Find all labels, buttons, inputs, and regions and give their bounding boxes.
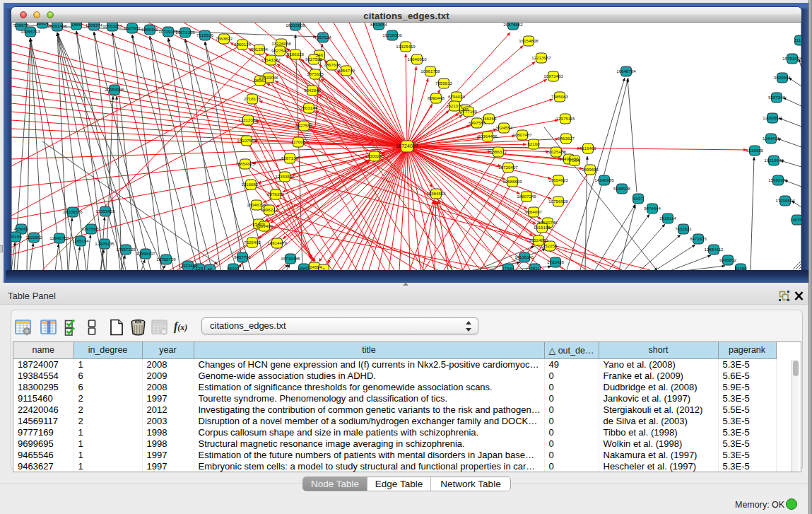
svg-text:2718176: 2718176	[244, 96, 261, 101]
svg-text:2: 2	[322, 267, 325, 270]
svg-text:7485063: 7485063	[551, 94, 569, 99]
svg-text:12213369: 12213369	[238, 117, 258, 122]
svg-text:20053346: 20053346	[105, 87, 124, 92]
svg-text:8454749: 8454749	[338, 68, 355, 73]
svg-text:9474444: 9474444	[644, 206, 661, 211]
svg-text:7663822: 7663822	[216, 36, 233, 41]
svg-text:8215955: 8215955	[746, 148, 764, 153]
svg-text:17957225: 17957225	[116, 247, 136, 252]
svg-text:9457791: 9457791	[234, 255, 252, 259]
svg-text:17359926: 17359926	[95, 209, 115, 214]
svg-text:14055713: 14055713	[20, 29, 40, 34]
svg-text:1115682: 1115682	[25, 235, 42, 240]
svg-text:17334: 17334	[502, 266, 514, 270]
svg-text:19384554: 19384554	[426, 191, 446, 196]
svg-text:98961: 98961	[254, 78, 266, 83]
svg-text:16107553: 16107553	[237, 138, 257, 143]
svg-text:18640910: 18640910	[407, 57, 427, 62]
svg-text:8813054: 8813054	[370, 23, 388, 27]
svg-text:1733426: 1733426	[547, 259, 565, 264]
svg-text:12975115: 12975115	[555, 116, 575, 121]
svg-text:20876862: 20876862	[503, 23, 523, 27]
svg-text:139677: 139677	[14, 23, 29, 28]
svg-text:16782759: 16782759	[156, 257, 176, 262]
svg-text:1866: 1866	[71, 23, 81, 27]
svg-text:19166827: 19166827	[241, 182, 261, 187]
svg-text:93975887: 93975887	[81, 226, 101, 231]
svg-text:20364436: 20364436	[478, 134, 498, 139]
svg-text:2803144: 2803144	[300, 105, 318, 110]
svg-text:12093822: 12093822	[763, 115, 782, 120]
svg-text:8960124: 8960124	[234, 42, 252, 47]
svg-text:10120746: 10120746	[538, 220, 558, 225]
svg-text:13226058: 13226058	[271, 41, 291, 46]
svg-text:10756928: 10756928	[548, 199, 568, 204]
svg-text:1527602: 1527602	[124, 25, 141, 30]
svg-text:20206576: 20206576	[63, 209, 83, 214]
svg-text:252254: 252254	[543, 243, 558, 248]
svg-text:16543382: 16543382	[261, 57, 281, 62]
svg-text:19218506: 19218506	[382, 33, 402, 37]
svg-text:7886372: 7886372	[490, 149, 507, 154]
svg-text:1615152: 1615152	[534, 225, 551, 230]
svg-text:6497568: 6497568	[469, 120, 486, 125]
svg-text:7632621: 7632621	[675, 226, 693, 231]
svg-text:14140995: 14140995	[594, 177, 614, 182]
svg-text:8878352: 8878352	[267, 192, 285, 197]
svg-text:62160: 62160	[527, 141, 540, 146]
svg-text:5938928: 5938928	[613, 186, 631, 191]
svg-text:9099489: 9099489	[256, 223, 273, 228]
svg-text:16033809: 16033809	[286, 23, 305, 28]
svg-text:2867608: 2867608	[324, 62, 341, 67]
svg-text:15751074: 15751074	[782, 56, 801, 61]
svg-text:1244413: 1244413	[763, 136, 780, 141]
svg-text:16914479: 16914479	[267, 240, 287, 245]
svg-text:10653267: 10653267	[102, 23, 122, 28]
svg-text:7515526: 7515526	[196, 33, 214, 37]
svg-text:129: 129	[196, 266, 204, 270]
svg-text:10958107: 10958107	[136, 251, 155, 256]
svg-text:2935114: 2935114	[659, 216, 676, 221]
svg-text:1145194: 1145194	[72, 238, 89, 243]
svg-text:7625402: 7625402	[244, 240, 261, 245]
svg-text:16210643: 16210643	[764, 158, 784, 163]
svg-text:6794024: 6794024	[448, 94, 466, 99]
svg-text:8990448: 8990448	[428, 95, 445, 100]
svg-text:9227343: 9227343	[768, 95, 786, 100]
svg-text:12353594: 12353594	[275, 174, 295, 179]
svg-text:8427552: 8427552	[295, 123, 313, 128]
svg-text:14136141: 14136141	[514, 255, 534, 259]
svg-text:116753: 116753	[790, 217, 801, 222]
svg-text:17016504: 17016504	[775, 198, 795, 203]
svg-text:9463627: 9463627	[558, 136, 575, 141]
svg-text:10025438: 10025438	[546, 149, 566, 154]
svg-text:10961758: 10961758	[420, 69, 440, 74]
svg-text:8186328: 8186328	[287, 52, 305, 57]
svg-text:12942757: 12942757	[49, 235, 69, 240]
svg-text:6966160: 6966160	[141, 27, 159, 32]
svg-text:10973493: 10973493	[543, 74, 563, 78]
svg-text:10688609: 10688609	[502, 179, 522, 184]
svg-text:9498222: 9498222	[261, 207, 278, 212]
svg-text:9699695: 9699695	[582, 167, 599, 172]
svg-text:16671355: 16671355	[175, 30, 195, 35]
svg-text:3875685: 3875685	[307, 71, 324, 76]
svg-text:95091: 95091	[227, 266, 240, 270]
svg-text:9115460: 9115460	[579, 146, 596, 151]
svg-text:746266: 746266	[482, 116, 497, 121]
svg-text:9327508: 9327508	[305, 57, 323, 62]
svg-text:16524851: 16524851	[529, 238, 548, 243]
svg-text:9811: 9811	[530, 266, 540, 270]
svg-text:9245652: 9245652	[719, 257, 737, 262]
svg-text:39159: 39159	[11, 234, 22, 239]
svg-text:18807249: 18807249	[517, 194, 536, 199]
svg-text:7955812: 7955812	[435, 81, 453, 86]
svg-text:16648784: 16648784	[616, 69, 636, 74]
svg-text:11123: 11123	[794, 37, 801, 42]
svg-text:18724007: 18724007	[396, 144, 418, 148]
svg-text:724504: 724504	[307, 264, 322, 269]
svg-text:15692971: 15692971	[768, 177, 788, 182]
svg-text:18300295: 18300295	[365, 153, 384, 158]
svg-text:9777169: 9777169	[460, 109, 478, 114]
svg-text:10807487: 10807487	[512, 132, 532, 137]
